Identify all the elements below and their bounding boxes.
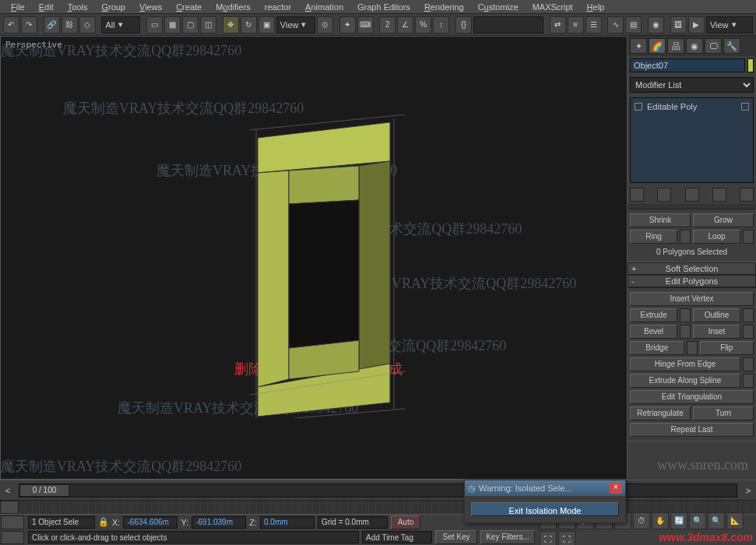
pin-stack-button[interactable] — [630, 188, 644, 202]
extrude-settings[interactable] — [680, 308, 691, 322]
snap-angle-button[interactable]: ∠ — [397, 16, 413, 33]
insert-vertex-button[interactable]: Insert Vertex — [630, 292, 754, 306]
remove-modifier-button[interactable] — [712, 188, 726, 202]
turn-button[interactable]: Turn — [693, 406, 754, 420]
shrink-button[interactable]: Shrink — [630, 213, 691, 227]
render-preset-dropdown[interactable]: View▾ — [706, 16, 753, 33]
menu-customize[interactable]: Customize — [472, 1, 525, 13]
redo-button[interactable]: ↷ — [21, 16, 37, 33]
utilities-tab[interactable]: 🔧 — [723, 38, 740, 54]
autokey-button[interactable]: Auto — [391, 515, 420, 529]
named-selection-dropdown[interactable] — [473, 16, 543, 33]
exit-isolation-button[interactable]: Exit Isolation Mode — [471, 502, 619, 516]
setkey-button[interactable]: Set Key — [435, 530, 477, 544]
menu-tools[interactable]: Tools — [62, 1, 94, 13]
menu-reactor[interactable]: reactor — [258, 1, 297, 13]
rotate-button[interactable]: ↻ — [241, 16, 257, 33]
pan-view-button[interactable]: ✋ — [652, 512, 669, 529]
snap-2d-button[interactable]: 2 — [379, 16, 396, 33]
extrude-spline-settings[interactable] — [743, 374, 754, 388]
lock-icon[interactable]: 🔒 — [98, 517, 109, 527]
configure-sets-button[interactable] — [740, 188, 754, 202]
show-end-result-button[interactable] — [657, 188, 671, 202]
extrude-spline-button[interactable]: Extrude Along Spline — [630, 374, 740, 388]
material-editor-button[interactable]: ◉ — [648, 16, 664, 33]
select-object-button[interactable]: ▭ — [146, 16, 163, 33]
keyboard-shortcut-button[interactable]: ⌨ — [357, 16, 374, 33]
render-scene-button[interactable]: 🖼 — [670, 16, 687, 33]
menu-create[interactable]: Create — [170, 1, 208, 13]
y-coord-input[interactable]: -691.039m — [192, 516, 246, 529]
link-button[interactable]: 🔗 — [44, 16, 60, 33]
mirror-button[interactable]: ⇄ — [550, 16, 566, 33]
arc-rotate-button[interactable]: 🔄 — [670, 512, 687, 529]
bevel-settings[interactable] — [680, 325, 691, 339]
menu-rendering[interactable]: Rendering — [418, 1, 470, 13]
make-unique-button[interactable] — [685, 188, 699, 202]
close-icon[interactable]: × — [610, 483, 622, 494]
bind-button[interactable]: ◇ — [79, 16, 96, 33]
select-rect-button[interactable]: ▢ — [182, 16, 199, 33]
inset-settings[interactable] — [743, 325, 754, 339]
viewport-perspective[interactable]: Perspective 魔天制造VRAY技术交流QQ群29842760 魔天制造… — [0, 36, 628, 480]
keyfilters-button[interactable]: Key Filters... — [480, 530, 535, 544]
time-slider[interactable]: 0 / 100 — [19, 483, 737, 498]
stack-item-editable-poly[interactable]: Editable Poly — [633, 100, 751, 113]
zoom-extents-button[interactable]: ⛶ — [540, 531, 557, 546]
menu-maxscript[interactable]: MAXScript — [526, 1, 579, 13]
prompt-toggle-button[interactable] — [1, 531, 24, 545]
menu-animation[interactable]: Animation — [299, 1, 350, 13]
undo-button[interactable]: ↶ — [3, 16, 19, 33]
dialog-titlebar[interactable]: ◷ Warning: Isolated Sele... × — [465, 480, 625, 496]
inset-button[interactable]: Inset — [693, 325, 740, 339]
modify-tab[interactable]: 🌈 — [649, 38, 666, 54]
layers-button[interactable]: ☰ — [585, 16, 602, 33]
zoom-button[interactable]: 🔍 — [689, 512, 706, 529]
menu-file[interactable]: File — [5, 1, 31, 13]
hinge-settings[interactable] — [743, 357, 754, 371]
menu-help[interactable]: Help — [581, 1, 611, 13]
time-slider-knob[interactable]: 0 / 100 — [19, 484, 69, 497]
modifier-stack[interactable]: Editable Poly — [630, 97, 754, 183]
outline-button[interactable]: Outline — [693, 308, 740, 322]
timeline-next-button[interactable]: > — [740, 486, 756, 495]
spinner-snap-button[interactable]: ↕ — [433, 16, 449, 33]
pivot-button[interactable]: ⊙ — [317, 16, 333, 33]
x-coord-input[interactable]: -6634.606m — [123, 516, 178, 529]
grow-button[interactable]: Grow — [693, 213, 754, 227]
menu-grapheditors[interactable]: Graph Editors — [351, 1, 417, 13]
manipulate-button[interactable]: ✦ — [339, 16, 356, 33]
flip-button[interactable]: Flip — [700, 341, 754, 355]
maxscript-listener-button[interactable] — [1, 515, 24, 529]
zoom-all-button[interactable]: 🔍 — [708, 512, 725, 529]
loop-spinner[interactable] — [743, 230, 754, 244]
add-time-tag-button[interactable]: Add Time Tag — [362, 531, 432, 543]
rollout-soft-selection[interactable]: +Soft Selection — [628, 262, 756, 275]
ring-button[interactable]: Ring — [630, 230, 677, 244]
scale-button[interactable]: ▣ — [258, 16, 275, 33]
bevel-button[interactable]: Bevel — [630, 325, 677, 339]
trackbar-toggle[interactable] — [0, 501, 19, 514]
object-color-swatch[interactable] — [747, 58, 754, 72]
retriangulate-button[interactable]: Retriangulate — [630, 406, 691, 420]
bridge-settings[interactable] — [687, 341, 698, 355]
selection-filter-dropdown[interactable]: All▾ — [101, 16, 140, 33]
rollout-edit-polygons[interactable]: -Edit Polygons — [628, 275, 756, 287]
loop-button[interactable]: Loop — [693, 230, 740, 244]
unlink-button[interactable]: ⛓ — [62, 16, 78, 33]
menu-modifiers[interactable]: Modifiers — [209, 1, 257, 13]
outline-settings[interactable] — [743, 308, 754, 322]
timeline-prev-button[interactable]: < — [0, 486, 16, 495]
select-name-button[interactable]: ▦ — [164, 16, 181, 33]
menu-views[interactable]: Views — [133, 1, 168, 13]
align-button[interactable]: ≡ — [568, 16, 584, 33]
window-crossing-button[interactable]: ◫ — [200, 16, 216, 33]
menu-group[interactable]: Group — [95, 1, 132, 13]
curve-editor-button[interactable]: ∿ — [607, 16, 624, 33]
display-tab[interactable]: 🖵 — [705, 38, 722, 54]
snap-percent-button[interactable]: % — [415, 16, 431, 33]
hierarchy-tab[interactable]: 品 — [667, 38, 684, 54]
motion-tab[interactable]: ◉ — [686, 38, 703, 54]
fov-button[interactable]: 📐 — [726, 512, 744, 529]
modifier-list-dropdown[interactable]: Modifier List — [630, 77, 754, 93]
